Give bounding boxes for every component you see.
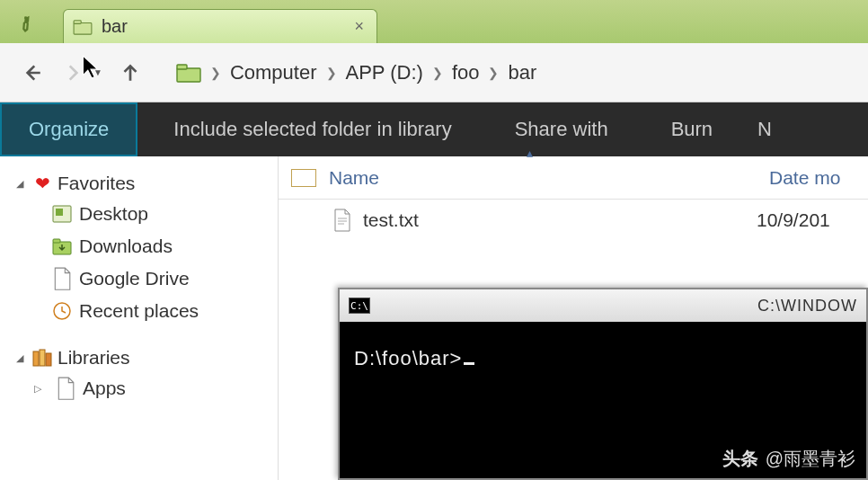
file-list-header: Name ▴ Date mo	[279, 156, 868, 200]
favorites-label: Favorites	[58, 173, 135, 194]
sidebar-item-recent-places[interactable]: Recent places	[47, 295, 272, 327]
breadcrumb-item[interactable]: Computer	[230, 61, 317, 84]
svg-rect-3	[177, 65, 187, 69]
sort-indicator-icon: ▴	[527, 146, 533, 160]
svg-rect-9	[33, 351, 39, 366]
breadcrumb-item[interactable]: APP (D:)	[346, 61, 423, 84]
sidebar-item-label: Google Drive	[79, 268, 190, 289]
libraries-icon	[32, 349, 52, 367]
sidebar-item-apps[interactable]: ▷ Apps	[47, 372, 272, 404]
svg-rect-5	[56, 209, 63, 216]
chevron-right-icon: ❯	[210, 66, 221, 80]
sidebar-item-desktop[interactable]: Desktop	[47, 198, 272, 230]
app-menu-button[interactable]	[9, 0, 63, 43]
chevron-right-icon: ❯	[488, 66, 499, 80]
watermark: 头条 @雨墨青衫	[722, 447, 855, 471]
navigation-bar: ▼ ❯ Computer ❯ APP (D:) ❯ foo ❯ bar	[0, 43, 868, 102]
watermark-brand: 头条	[722, 447, 758, 471]
favorites-group: ◢ ❤ Favorites Desktop Downloads Google D…	[5, 169, 272, 327]
favorites-header[interactable]: ◢ ❤ Favorites	[5, 169, 272, 198]
explorer-toolbar: Organize Include selected folder in libr…	[0, 102, 868, 156]
svg-rect-1	[74, 20, 81, 23]
file-icon	[56, 379, 75, 397]
file-row[interactable]: test.txt 10/9/201	[279, 200, 868, 241]
select-all-checkbox[interactable]	[291, 169, 316, 187]
terminal-cursor	[464, 362, 474, 365]
sidebar-item-label: Recent places	[79, 300, 199, 322]
back-button[interactable]	[18, 59, 45, 86]
forward-button[interactable]	[59, 59, 86, 86]
sidebar-item-label: Downloads	[79, 236, 173, 257]
breadcrumb-item[interactable]: foo	[452, 61, 480, 84]
libraries-label: Libraries	[58, 347, 130, 369]
organize-button[interactable]: Organize	[0, 102, 137, 156]
collapse-icon: ◢	[16, 178, 27, 190]
watermark-author: @雨墨青衫	[766, 447, 855, 471]
close-icon[interactable]: ×	[354, 17, 364, 36]
downloads-icon	[52, 237, 72, 255]
wrench-icon	[13, 8, 40, 36]
include-library-button[interactable]: Include selected folder in library	[146, 102, 478, 156]
svg-rect-11	[46, 353, 51, 366]
column-name[interactable]: Name ▴	[329, 167, 769, 189]
libraries-group: ◢ Libraries ▷ Apps	[5, 343, 272, 404]
file-name: test.txt	[363, 209, 757, 231]
breadcrumb-item[interactable]: bar	[508, 61, 536, 84]
browser-tab[interactable]: bar ×	[63, 9, 377, 43]
expand-icon: ▷	[34, 383, 45, 395]
chevron-right-icon: ❯	[326, 66, 337, 80]
chevron-right-icon: ❯	[432, 66, 443, 80]
recent-icon	[52, 302, 72, 320]
tab-label: bar	[102, 16, 354, 37]
sidebar-item-downloads[interactable]: Downloads	[47, 230, 272, 262]
sidebar: ◢ ❤ Favorites Desktop Downloads Google D…	[0, 156, 279, 480]
svg-rect-2	[177, 68, 200, 82]
libraries-header[interactable]: ◢ Libraries	[5, 343, 272, 372]
cmd-icon: C:\	[349, 298, 370, 314]
file-icon	[52, 270, 72, 288]
share-with-button[interactable]: Share with	[488, 102, 635, 156]
svg-rect-0	[74, 22, 92, 34]
terminal-body[interactable]: D:\foo\bar>	[340, 322, 866, 396]
breadcrumb: ❯ Computer ❯ APP (D:) ❯ foo ❯ bar	[176, 61, 536, 84]
up-button[interactable]	[117, 59, 144, 86]
folder-icon	[176, 63, 201, 83]
terminal-titlebar[interactable]: C:\ C:\WINDOW	[340, 289, 866, 322]
burn-button[interactable]: Burn	[644, 102, 740, 156]
terminal-prompt: D:\foo\bar>	[354, 347, 462, 369]
heart-icon: ❤	[32, 174, 52, 192]
terminal-title-path: C:\WINDOW	[757, 297, 857, 316]
sidebar-item-label: Desktop	[79, 203, 148, 225]
browser-tabbar: bar ×	[0, 0, 868, 43]
column-date[interactable]: Date mo	[769, 167, 868, 189]
file-date: 10/9/201	[757, 209, 855, 231]
toolbar-overflow[interactable]: N	[748, 102, 781, 156]
collapse-icon: ◢	[16, 352, 27, 364]
svg-rect-10	[40, 350, 45, 366]
text-file-icon	[332, 209, 352, 232]
folder-icon	[73, 19, 93, 35]
history-dropdown[interactable]: ▼	[93, 67, 102, 77]
desktop-icon	[52, 205, 72, 223]
svg-rect-7	[53, 239, 60, 243]
sidebar-item-google-drive[interactable]: Google Drive	[47, 262, 272, 295]
sidebar-item-label: Apps	[83, 378, 126, 399]
